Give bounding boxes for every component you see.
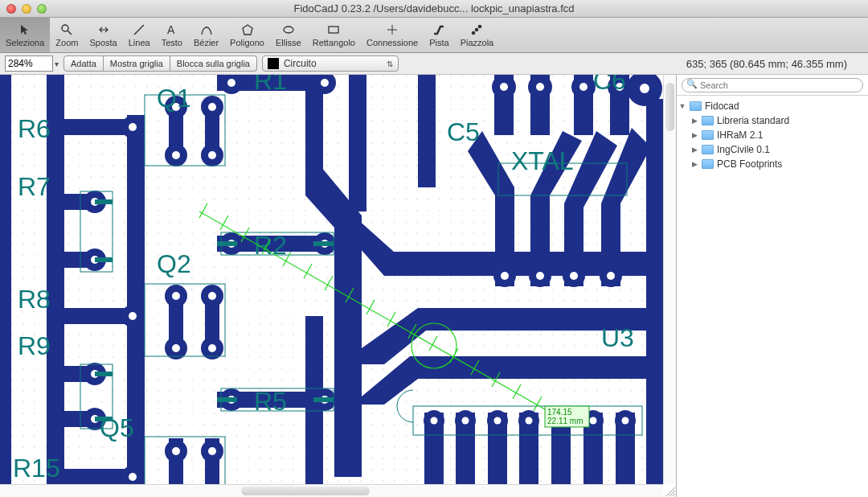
- svg-text:22.11 mm: 22.11 mm: [547, 417, 583, 425]
- tool-track[interactable]: Pista: [424, 18, 454, 52]
- disclosure-closed-icon[interactable]: ▶: [690, 160, 698, 168]
- close-icon[interactable]: [6, 4, 16, 14]
- zoom-icon: [55, 23, 78, 37]
- tool-line[interactable]: Linea: [123, 18, 156, 52]
- tool-zoom[interactable]: Zoom: [50, 18, 84, 52]
- svg-point-122: [526, 417, 533, 425]
- snap-grid-button[interactable]: Blocca sulla griglia: [170, 55, 257, 72]
- tool-label: Zoom: [55, 38, 78, 47]
- tool-conn[interactable]: Connessione: [361, 18, 424, 52]
- svg-text:174.15: 174.15: [547, 408, 572, 417]
- svg-point-73: [208, 103, 216, 111]
- label-r1: R1: [254, 75, 287, 95]
- tree-label: IHRaM 2.1: [717, 129, 763, 141]
- svg-point-10: [472, 31, 476, 35]
- zoom-window-icon[interactable]: [37, 4, 47, 14]
- svg-point-61: [129, 123, 137, 131]
- drawing-canvas[interactable]: R6 R7 R8 R9 R15 Q1 Q2 Q5 R2 R5 R1 C5 XTA…: [0, 75, 663, 484]
- tool-ellipse[interactable]: Ellisse: [270, 18, 307, 52]
- pad-icon: [461, 23, 494, 37]
- search-input[interactable]: [682, 78, 863, 92]
- resize-handle-icon[interactable]: [663, 484, 676, 497]
- svg-text:A: A: [167, 23, 175, 36]
- tool-label: Bézier: [194, 38, 219, 47]
- svg-point-108: [501, 272, 509, 280]
- layer-select[interactable]: Circuito ⇅: [262, 55, 399, 72]
- library-tree[interactable]: ▼ Fidocad ▶Libreria standard▶IHRaM 2.1▶I…: [677, 96, 868, 497]
- dropdown-arrow-icon[interactable]: ▾: [55, 60, 59, 68]
- svg-rect-37: [418, 75, 436, 187]
- svg-point-128: [622, 417, 629, 425]
- svg-point-120: [494, 417, 502, 425]
- tool-label: Ellisse: [276, 38, 301, 47]
- label-q5: Q5: [100, 413, 134, 442]
- canvas-area: R6 R7 R8 R9 R15 Q1 Q2 Q5 R2 R5 R1 C5 XTA…: [0, 75, 677, 497]
- disclosure-open-icon[interactable]: ▼: [678, 102, 686, 110]
- tree-item[interactable]: ▶IngCivile 0.1: [678, 142, 866, 157]
- scrollbar-vertical[interactable]: [663, 75, 676, 484]
- toolbar: SelezionaZoomSpostaLineaATestoBézierPoli…: [0, 18, 868, 53]
- zoom-input[interactable]: [5, 55, 53, 72]
- svg-point-69: [208, 151, 216, 159]
- tree-item[interactable]: ▶Libreria standard: [678, 113, 866, 128]
- svg-point-114: [607, 272, 615, 280]
- tool-label: Connessione: [366, 38, 418, 47]
- minimize-icon[interactable]: [22, 4, 31, 14]
- rect-icon: [313, 23, 355, 37]
- fit-button[interactable]: Adatta: [63, 55, 104, 72]
- cursor-coordinates: 635; 365 (80.645 mm; 46.355 mm): [686, 58, 863, 70]
- svg-point-103: [579, 83, 588, 91]
- svg-point-75: [172, 292, 180, 300]
- track-icon: [429, 23, 448, 37]
- svg-line-3: [134, 25, 144, 35]
- tree-label: Fidocad: [705, 101, 739, 112]
- svg-point-77: [208, 292, 216, 300]
- svg-point-63: [129, 312, 137, 320]
- svg-point-126: [590, 417, 597, 425]
- tool-poly[interactable]: Poligono: [224, 18, 270, 52]
- tool-rect[interactable]: Rettangolo: [307, 18, 361, 52]
- window-title: FidoCadJ 0.23.2 /Users/davidebucc... loc…: [0, 2, 868, 14]
- svg-point-83: [172, 447, 180, 455]
- folder-icon: [702, 145, 714, 154]
- disclosure-closed-icon[interactable]: ▶: [690, 146, 698, 154]
- titlebar: FidoCadJ 0.23.2 /Users/davidebucc... loc…: [0, 0, 868, 18]
- label-r5: R5: [254, 387, 287, 416]
- tree-root[interactable]: ▼ Fidocad: [678, 99, 866, 113]
- svg-point-110: [536, 272, 544, 280]
- svg-point-0: [62, 25, 68, 31]
- tool-label: Piazzola: [461, 38, 494, 47]
- option-bar: ▾ Adatta Mostra griglia Blocca sulla gri…: [0, 53, 868, 75]
- hand-icon: [89, 23, 117, 37]
- folder-icon: [690, 101, 702, 111]
- tool-bezier[interactable]: Bézier: [188, 18, 224, 52]
- tool-label: Seleziona: [6, 38, 44, 47]
- label-r15: R15: [13, 454, 60, 483]
- svg-point-95: [227, 79, 235, 87]
- svg-line-169: [669, 491, 675, 496]
- library-panel: 🔍 ▼ Fidocad ▶Libreria standard▶IHRaM 2.1…: [677, 75, 868, 497]
- tree-item[interactable]: ▶IHRaM 2.1: [678, 128, 866, 142]
- tool-cursor[interactable]: Seleziona: [0, 18, 50, 52]
- folder-icon: [702, 116, 714, 125]
- disclosure-closed-icon[interactable]: ▶: [690, 131, 698, 139]
- label-r7: R7: [18, 172, 51, 201]
- svg-point-106: [640, 84, 649, 93]
- label-r8: R8: [18, 285, 51, 314]
- tool-pad[interactable]: Piazzola: [455, 18, 500, 52]
- tool-text[interactable]: ATesto: [156, 18, 188, 52]
- svg-point-118: [462, 417, 469, 425]
- svg-marker-5: [243, 25, 252, 35]
- tree-item[interactable]: ▶PCB Footprints: [678, 157, 866, 171]
- folder-icon: [702, 130, 714, 140]
- svg-line-170: [673, 494, 675, 496]
- tool-label: Pista: [429, 38, 448, 47]
- svg-point-12: [478, 25, 482, 29]
- disclosure-closed-icon[interactable]: ▶: [690, 117, 698, 125]
- tool-label: Sposta: [89, 38, 117, 47]
- tool-hand[interactable]: Sposta: [84, 18, 122, 52]
- grid-segment: Adatta Mostra griglia Blocca sulla grigl…: [63, 55, 257, 72]
- svg-point-97: [321, 79, 329, 87]
- scrollbar-horizontal[interactable]: [0, 484, 663, 497]
- show-grid-button[interactable]: Mostra griglia: [104, 55, 170, 72]
